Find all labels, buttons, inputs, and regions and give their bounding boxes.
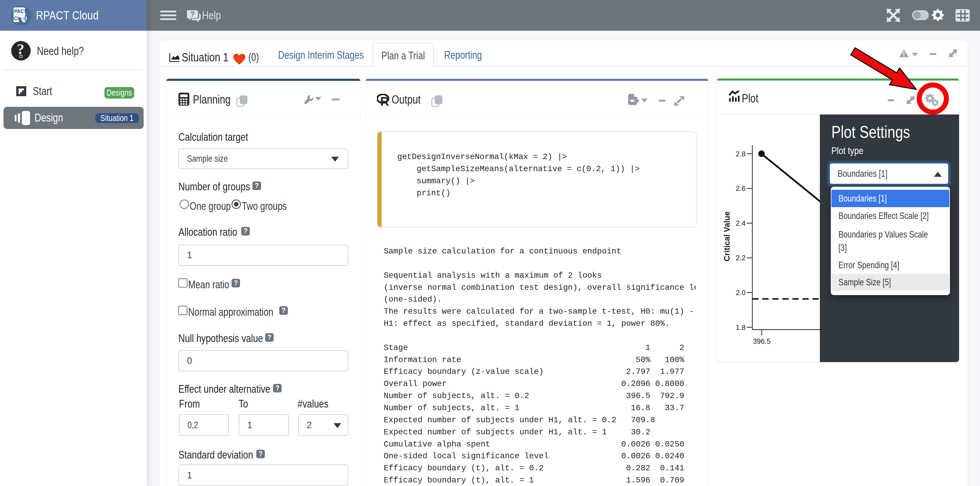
svg-text:?: ? — [191, 10, 195, 18]
svg-text:396.5: 396.5 — [753, 337, 771, 345]
svg-text:Critical Value: Critical Value — [722, 211, 732, 261]
svg-text:1.8: 1.8 — [736, 323, 746, 331]
svg-text:Clo: Clo — [14, 16, 22, 21]
svg-text:2.2: 2.2 — [736, 254, 746, 262]
svg-text:2.0: 2.0 — [736, 288, 746, 296]
svg-text:2.6: 2.6 — [736, 185, 746, 193]
svg-text:PACT: PACT — [14, 9, 27, 14]
svg-text:2.4: 2.4 — [736, 219, 746, 227]
svg-text:R: R — [380, 94, 389, 106]
svg-text:2.8: 2.8 — [736, 150, 746, 158]
svg-text:ud: ud — [21, 16, 27, 21]
